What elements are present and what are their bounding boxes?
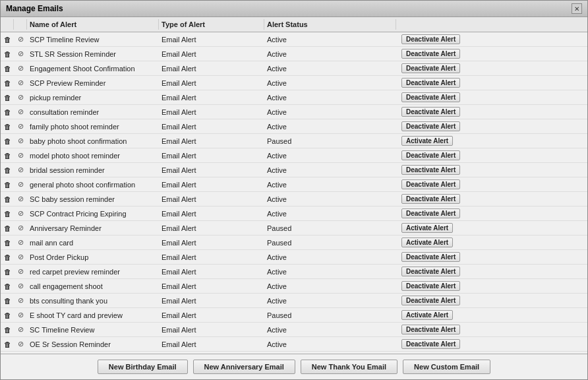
alert-name: model photo shoot reminder	[27, 150, 159, 161]
alert-status: Active	[264, 92, 396, 103]
trash-icon[interactable]: 🗑	[1, 108, 14, 116]
trash-icon[interactable]: 🗑	[1, 181, 14, 189]
table-row: 🗑⊘Anniversary ReminderEmail AlertPausedA…	[1, 221, 587, 236]
edit-icon[interactable]: ⊘	[14, 79, 27, 87]
deactivate-alert-button[interactable]: Deactivate Alert	[401, 121, 460, 131]
deactivate-alert-button[interactable]: Deactivate Alert	[401, 339, 460, 349]
edit-icon[interactable]: ⊘	[14, 238, 27, 247]
deactivate-alert-button[interactable]: Deactivate Alert	[401, 34, 460, 44]
alert-status: Active	[264, 281, 396, 292]
edit-icon[interactable]: ⊘	[14, 93, 27, 102]
edit-icon[interactable]: ⊘	[14, 166, 27, 174]
deactivate-alert-button[interactable]: Deactivate Alert	[401, 325, 460, 334]
trash-icon[interactable]: 🗑	[1, 340, 14, 348]
trash-icon[interactable]: 🗑	[1, 297, 14, 305]
activate-alert-button[interactable]: Activate Alert	[401, 238, 453, 247]
trash-icon[interactable]: 🗑	[1, 137, 14, 145]
edit-icon[interactable]: ⊘	[14, 137, 27, 145]
alert-name: Anniversary Reminder	[27, 223, 159, 234]
deactivate-alert-button[interactable]: Deactivate Alert	[401, 296, 460, 305]
activate-alert-button[interactable]: Activate Alert	[401, 136, 453, 146]
alert-status: Active	[264, 107, 396, 117]
deactivate-alert-button[interactable]: Deactivate Alert	[401, 267, 460, 276]
new-custom-email-button[interactable]: New Custom Email	[403, 360, 490, 374]
trash-icon[interactable]: 🗑	[1, 195, 14, 203]
deactivate-alert-button[interactable]: Deactivate Alert	[401, 63, 460, 73]
new-anniversary-email-button[interactable]: New Anniversary Email	[193, 360, 295, 374]
edit-icon[interactable]: ⊘	[14, 209, 27, 218]
edit-icon[interactable]: ⊘	[14, 180, 27, 189]
deactivate-alert-button[interactable]: Deactivate Alert	[401, 194, 460, 204]
edit-icon[interactable]: ⊘	[14, 64, 27, 73]
alert-type: Email Alert	[159, 339, 264, 350]
deactivate-alert-button[interactable]: Deactivate Alert	[401, 150, 460, 160]
trash-icon[interactable]: 🗑	[1, 311, 14, 319]
trash-icon[interactable]: 🗑	[1, 326, 14, 334]
activate-alert-button[interactable]: Activate Alert	[401, 223, 453, 233]
alert-type: Email Alert	[159, 252, 264, 263]
edit-icon[interactable]: ⊘	[14, 296, 27, 305]
trash-icon[interactable]: 🗑	[1, 152, 14, 160]
edit-icon[interactable]: ⊘	[14, 325, 27, 334]
edit-icon[interactable]: ⊘	[14, 122, 27, 131]
deactivate-alert-button[interactable]: Deactivate Alert	[401, 208, 460, 218]
trash-icon[interactable]: 🗑	[1, 123, 14, 131]
table-row: 🗑⊘SCP Preview ReminderEmail AlertActiveD…	[1, 76, 587, 90]
alert-status: Paused	[264, 238, 396, 248]
alert-status: Active	[264, 63, 396, 74]
deactivate-alert-button[interactable]: Deactivate Alert	[401, 49, 460, 59]
deactivate-alert-button[interactable]: Deactivate Alert	[401, 281, 460, 291]
deactivate-alert-button[interactable]: Deactivate Alert	[401, 78, 460, 88]
edit-icon[interactable]: ⊘	[14, 340, 27, 348]
close-button[interactable]: ✕	[572, 3, 582, 14]
new-thank-you-email-button[interactable]: New Thank You Email	[301, 360, 397, 374]
trash-icon[interactable]: 🗑	[1, 239, 14, 247]
deactivate-alert-button[interactable]: Deactivate Alert	[401, 179, 460, 189]
alert-type: Email Alert	[159, 63, 264, 74]
new-birthday-email-button[interactable]: New Birthday Email	[98, 360, 188, 374]
edit-icon[interactable]: ⊘	[14, 267, 27, 276]
trash-icon[interactable]: 🗑	[1, 282, 14, 290]
table-row: 🗑⊘mail ann cardEmail AlertPausedActivate…	[1, 236, 587, 250]
table-row: 🗑⊘family photo shoot reminderEmail Alert…	[1, 119, 587, 134]
trash-icon[interactable]: 🗑	[1, 268, 14, 276]
deactivate-alert-button[interactable]: Deactivate Alert	[401, 92, 460, 102]
alert-name: OE Sr Session Reminder	[27, 339, 159, 350]
table-scroll-area[interactable]: 🗑⊘SCP Timeline ReviewEmail AlertActiveDe…	[1, 32, 587, 354]
trash-icon[interactable]: 🗑	[1, 79, 14, 87]
edit-icon[interactable]: ⊘	[14, 282, 27, 290]
trash-icon[interactable]: 🗑	[1, 166, 14, 174]
alert-type: Email Alert	[159, 194, 264, 205]
deactivate-alert-button[interactable]: Deactivate Alert	[401, 165, 460, 175]
edit-icon[interactable]: ⊘	[14, 195, 27, 203]
trash-icon[interactable]: 🗑	[1, 94, 14, 102]
edit-icon[interactable]: ⊘	[14, 224, 27, 232]
trash-icon[interactable]: 🗑	[1, 210, 14, 218]
window-title: Manage Emails	[6, 4, 63, 13]
alert-name: family photo shoot reminder	[27, 121, 159, 132]
alert-type: Email Alert	[159, 121, 264, 132]
trash-icon[interactable]: 🗑	[1, 224, 14, 232]
table-header: Name of Alert Type of Alert Alert Status	[1, 17, 587, 32]
action-cell: Deactivate Alert	[396, 265, 587, 278]
activate-alert-button[interactable]: Activate Alert	[401, 310, 453, 320]
alert-name: SC Timeline Review	[27, 325, 159, 335]
table-row: 🗑⊘SCP Timeline ReviewEmail AlertActiveDe…	[1, 32, 587, 47]
action-cell: Deactivate Alert	[396, 90, 587, 104]
edit-icon[interactable]: ⊘	[14, 49, 27, 58]
deactivate-alert-button[interactable]: Deactivate Alert	[401, 107, 460, 117]
edit-icon[interactable]: ⊘	[14, 311, 27, 319]
trash-icon[interactable]: 🗑	[1, 65, 14, 73]
trash-icon[interactable]: 🗑	[1, 36, 14, 44]
alert-type: Email Alert	[159, 150, 264, 161]
edit-icon[interactable]: ⊘	[14, 108, 27, 116]
trash-icon[interactable]: 🗑	[1, 253, 14, 261]
deactivate-alert-button[interactable]: Deactivate Alert	[401, 252, 460, 262]
edit-icon[interactable]: ⊘	[14, 35, 27, 44]
alert-type: Email Alert	[159, 165, 264, 175]
trash-icon[interactable]: 🗑	[1, 50, 14, 58]
alert-type: Email Alert	[159, 208, 264, 219]
edit-icon[interactable]: ⊘	[14, 151, 27, 160]
table-row: 🗑⊘OE Sr Session ReminderEmail AlertActiv…	[1, 337, 587, 352]
edit-icon[interactable]: ⊘	[14, 253, 27, 261]
